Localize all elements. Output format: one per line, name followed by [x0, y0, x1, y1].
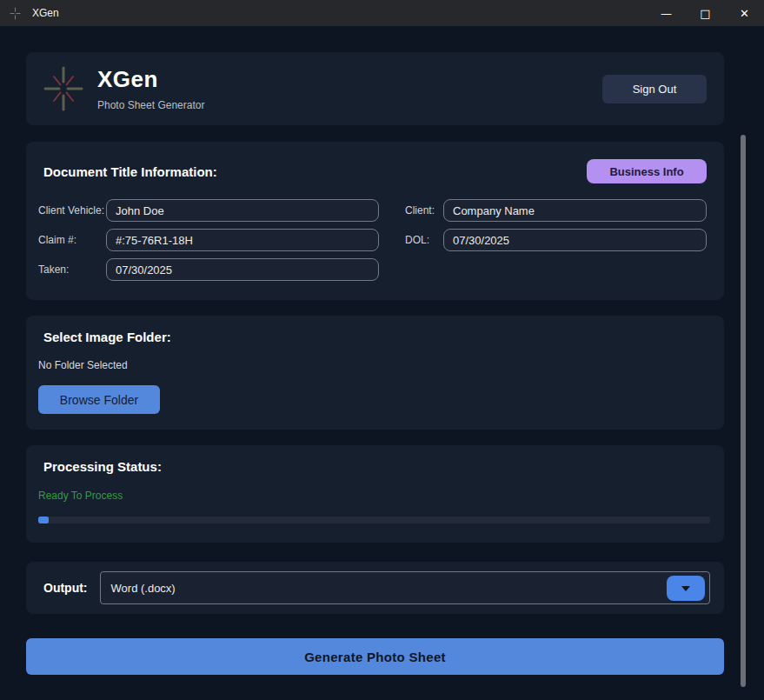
output-section: Output: Word (.docx) [26, 562, 724, 614]
taken-date-input[interactable] [106, 258, 379, 281]
browse-folder-button[interactable]: Browse Folder [38, 385, 160, 414]
client-vehicle-input[interactable] [106, 199, 379, 222]
app-header: XGen Photo Sheet Generator Sign Out [26, 52, 724, 125]
document-info-section: Document Title Information: Business Inf… [26, 142, 724, 300]
output-label: Output: [38, 581, 88, 595]
chevron-down-icon [681, 586, 690, 591]
folder-status-text: No Folder Selected [38, 359, 707, 371]
header-text: XGen Photo Sheet Generator [97, 66, 204, 111]
client-label: Client: [405, 204, 443, 217]
processing-section: Processing Status: Ready To Process [26, 445, 724, 543]
titlebar: XGen — □ ✕ [0, 0, 764, 26]
processing-status-text: Ready To Process [38, 490, 710, 502]
app-crosshair-icon [9, 7, 22, 20]
folder-section: Select Image Folder: No Folder Selected … [26, 316, 724, 430]
minimize-button[interactable]: — [647, 0, 686, 26]
sign-out-button[interactable]: Sign Out [602, 75, 707, 103]
business-info-button[interactable]: Business Info [587, 159, 707, 183]
progress-bar [38, 517, 710, 523]
app-subtitle: Photo Sheet Generator [97, 99, 204, 111]
processing-heading: Processing Status: [38, 459, 710, 474]
claim-number-input[interactable] [106, 229, 379, 251]
folder-heading: Select Image Folder: [38, 330, 707, 344]
generate-photo-sheet-button[interactable]: Generate Photo Sheet [26, 638, 724, 675]
taken-date-label: Taken: [38, 263, 106, 276]
document-info-form: Client Vehicle: Claim #: Taken: Client: [38, 199, 707, 281]
output-dropdown-button[interactable] [667, 576, 705, 601]
vertical-scrollbar[interactable] [741, 135, 746, 687]
document-info-heading: Document Title Information: [38, 164, 217, 179]
app-name: XGen [97, 66, 204, 93]
dol-input[interactable] [443, 229, 707, 251]
main-content: XGen Photo Sheet Generator Sign Out Docu… [0, 26, 764, 675]
xgen-logo-icon [43, 65, 83, 112]
client-vehicle-label: Client Vehicle: [38, 204, 106, 217]
progress-bar-fill [38, 517, 49, 523]
output-selected-value: Word (.docx) [101, 582, 176, 595]
close-button[interactable]: ✕ [725, 0, 764, 26]
maximize-button[interactable]: □ [686, 0, 725, 26]
client-input[interactable] [443, 199, 707, 222]
claim-number-label: Claim #: [38, 234, 106, 246]
window-title: XGen [32, 7, 59, 19]
output-format-select[interactable]: Word (.docx) [100, 571, 710, 604]
dol-label: DOL: [405, 234, 443, 246]
